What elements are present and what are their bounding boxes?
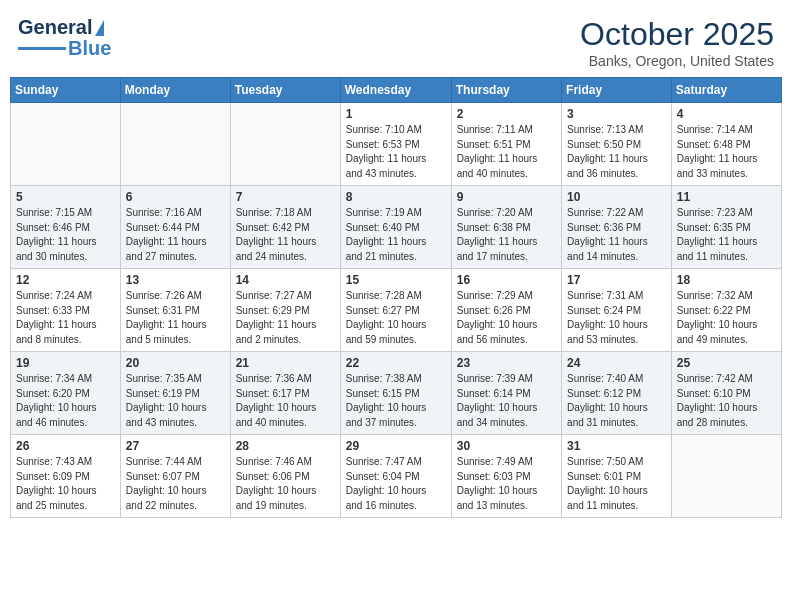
calendar-title-block: October 2025 Banks, Oregon, United State…: [580, 16, 774, 69]
day-number: 24: [567, 356, 666, 370]
calendar-cell: 6Sunrise: 7:16 AM Sunset: 6:44 PM Daylig…: [120, 186, 230, 269]
day-info: Sunrise: 7:18 AM Sunset: 6:42 PM Dayligh…: [236, 206, 335, 264]
calendar-cell: 26Sunrise: 7:43 AM Sunset: 6:09 PM Dayli…: [11, 435, 121, 518]
location-subtitle: Banks, Oregon, United States: [580, 53, 774, 69]
logo: General Blue: [18, 16, 111, 60]
calendar-cell: 20Sunrise: 7:35 AM Sunset: 6:19 PM Dayli…: [120, 352, 230, 435]
day-info: Sunrise: 7:43 AM Sunset: 6:09 PM Dayligh…: [16, 455, 115, 513]
calendar-cell: 27Sunrise: 7:44 AM Sunset: 6:07 PM Dayli…: [120, 435, 230, 518]
calendar-cell: 31Sunrise: 7:50 AM Sunset: 6:01 PM Dayli…: [562, 435, 672, 518]
day-info: Sunrise: 7:13 AM Sunset: 6:50 PM Dayligh…: [567, 123, 666, 181]
day-number: 10: [567, 190, 666, 204]
day-info: Sunrise: 7:36 AM Sunset: 6:17 PM Dayligh…: [236, 372, 335, 430]
calendar-cell: 10Sunrise: 7:22 AM Sunset: 6:36 PM Dayli…: [562, 186, 672, 269]
logo-line: [18, 47, 66, 50]
calendar-cell: 17Sunrise: 7:31 AM Sunset: 6:24 PM Dayli…: [562, 269, 672, 352]
day-info: Sunrise: 7:42 AM Sunset: 6:10 PM Dayligh…: [677, 372, 776, 430]
logo-blue: Blue: [68, 37, 111, 60]
day-number: 15: [346, 273, 446, 287]
calendar-cell: 11Sunrise: 7:23 AM Sunset: 6:35 PM Dayli…: [671, 186, 781, 269]
calendar-cell: 18Sunrise: 7:32 AM Sunset: 6:22 PM Dayli…: [671, 269, 781, 352]
calendar-cell: [11, 103, 121, 186]
day-number: 25: [677, 356, 776, 370]
logo-triangle-icon: [95, 20, 104, 36]
day-info: Sunrise: 7:10 AM Sunset: 6:53 PM Dayligh…: [346, 123, 446, 181]
weekday-header-tuesday: Tuesday: [230, 78, 340, 103]
calendar-cell: 29Sunrise: 7:47 AM Sunset: 6:04 PM Dayli…: [340, 435, 451, 518]
day-number: 7: [236, 190, 335, 204]
calendar-cell: 3Sunrise: 7:13 AM Sunset: 6:50 PM Daylig…: [562, 103, 672, 186]
day-info: Sunrise: 7:35 AM Sunset: 6:19 PM Dayligh…: [126, 372, 225, 430]
calendar-cell: [230, 103, 340, 186]
calendar-cell: 5Sunrise: 7:15 AM Sunset: 6:46 PM Daylig…: [11, 186, 121, 269]
day-number: 17: [567, 273, 666, 287]
day-number: 8: [346, 190, 446, 204]
calendar-week-row: 12Sunrise: 7:24 AM Sunset: 6:33 PM Dayli…: [11, 269, 782, 352]
day-number: 20: [126, 356, 225, 370]
calendar-cell: 28Sunrise: 7:46 AM Sunset: 6:06 PM Dayli…: [230, 435, 340, 518]
day-info: Sunrise: 7:26 AM Sunset: 6:31 PM Dayligh…: [126, 289, 225, 347]
calendar-week-row: 1Sunrise: 7:10 AM Sunset: 6:53 PM Daylig…: [11, 103, 782, 186]
day-number: 29: [346, 439, 446, 453]
day-info: Sunrise: 7:24 AM Sunset: 6:33 PM Dayligh…: [16, 289, 115, 347]
calendar-table: SundayMondayTuesdayWednesdayThursdayFrid…: [10, 77, 782, 518]
day-info: Sunrise: 7:20 AM Sunset: 6:38 PM Dayligh…: [457, 206, 556, 264]
page-header: General Blue October 2025 Banks, Oregon,…: [10, 10, 782, 69]
calendar-cell: 23Sunrise: 7:39 AM Sunset: 6:14 PM Dayli…: [451, 352, 561, 435]
month-title: October 2025: [580, 16, 774, 53]
calendar-cell: 16Sunrise: 7:29 AM Sunset: 6:26 PM Dayli…: [451, 269, 561, 352]
calendar-week-row: 19Sunrise: 7:34 AM Sunset: 6:20 PM Dayli…: [11, 352, 782, 435]
day-number: 11: [677, 190, 776, 204]
day-info: Sunrise: 7:16 AM Sunset: 6:44 PM Dayligh…: [126, 206, 225, 264]
day-number: 30: [457, 439, 556, 453]
calendar-cell: 14Sunrise: 7:27 AM Sunset: 6:29 PM Dayli…: [230, 269, 340, 352]
day-number: 9: [457, 190, 556, 204]
day-info: Sunrise: 7:22 AM Sunset: 6:36 PM Dayligh…: [567, 206, 666, 264]
calendar-cell: 19Sunrise: 7:34 AM Sunset: 6:20 PM Dayli…: [11, 352, 121, 435]
weekday-header-friday: Friday: [562, 78, 672, 103]
calendar-cell: 9Sunrise: 7:20 AM Sunset: 6:38 PM Daylig…: [451, 186, 561, 269]
day-info: Sunrise: 7:50 AM Sunset: 6:01 PM Dayligh…: [567, 455, 666, 513]
weekday-header-row: SundayMondayTuesdayWednesdayThursdayFrid…: [11, 78, 782, 103]
day-info: Sunrise: 7:15 AM Sunset: 6:46 PM Dayligh…: [16, 206, 115, 264]
calendar-cell: 4Sunrise: 7:14 AM Sunset: 6:48 PM Daylig…: [671, 103, 781, 186]
day-number: 31: [567, 439, 666, 453]
day-info: Sunrise: 7:46 AM Sunset: 6:06 PM Dayligh…: [236, 455, 335, 513]
calendar-cell: 22Sunrise: 7:38 AM Sunset: 6:15 PM Dayli…: [340, 352, 451, 435]
calendar-week-row: 26Sunrise: 7:43 AM Sunset: 6:09 PM Dayli…: [11, 435, 782, 518]
day-number: 23: [457, 356, 556, 370]
day-number: 1: [346, 107, 446, 121]
day-number: 3: [567, 107, 666, 121]
calendar-cell: 15Sunrise: 7:28 AM Sunset: 6:27 PM Dayli…: [340, 269, 451, 352]
weekday-header-saturday: Saturday: [671, 78, 781, 103]
day-number: 27: [126, 439, 225, 453]
day-info: Sunrise: 7:34 AM Sunset: 6:20 PM Dayligh…: [16, 372, 115, 430]
calendar-cell: [671, 435, 781, 518]
day-number: 4: [677, 107, 776, 121]
day-number: 13: [126, 273, 225, 287]
calendar-cell: 12Sunrise: 7:24 AM Sunset: 6:33 PM Dayli…: [11, 269, 121, 352]
day-info: Sunrise: 7:38 AM Sunset: 6:15 PM Dayligh…: [346, 372, 446, 430]
day-info: Sunrise: 7:31 AM Sunset: 6:24 PM Dayligh…: [567, 289, 666, 347]
day-number: 19: [16, 356, 115, 370]
day-number: 2: [457, 107, 556, 121]
calendar-cell: 25Sunrise: 7:42 AM Sunset: 6:10 PM Dayli…: [671, 352, 781, 435]
day-number: 21: [236, 356, 335, 370]
day-number: 5: [16, 190, 115, 204]
weekday-header-sunday: Sunday: [11, 78, 121, 103]
day-number: 26: [16, 439, 115, 453]
logo-general: General: [18, 16, 92, 39]
calendar-cell: 21Sunrise: 7:36 AM Sunset: 6:17 PM Dayli…: [230, 352, 340, 435]
day-info: Sunrise: 7:44 AM Sunset: 6:07 PM Dayligh…: [126, 455, 225, 513]
day-number: 12: [16, 273, 115, 287]
day-info: Sunrise: 7:28 AM Sunset: 6:27 PM Dayligh…: [346, 289, 446, 347]
calendar-cell: 2Sunrise: 7:11 AM Sunset: 6:51 PM Daylig…: [451, 103, 561, 186]
calendar-cell: 30Sunrise: 7:49 AM Sunset: 6:03 PM Dayli…: [451, 435, 561, 518]
calendar-week-row: 5Sunrise: 7:15 AM Sunset: 6:46 PM Daylig…: [11, 186, 782, 269]
day-number: 16: [457, 273, 556, 287]
calendar-cell: 7Sunrise: 7:18 AM Sunset: 6:42 PM Daylig…: [230, 186, 340, 269]
day-info: Sunrise: 7:40 AM Sunset: 6:12 PM Dayligh…: [567, 372, 666, 430]
day-number: 22: [346, 356, 446, 370]
weekday-header-thursday: Thursday: [451, 78, 561, 103]
day-info: Sunrise: 7:11 AM Sunset: 6:51 PM Dayligh…: [457, 123, 556, 181]
